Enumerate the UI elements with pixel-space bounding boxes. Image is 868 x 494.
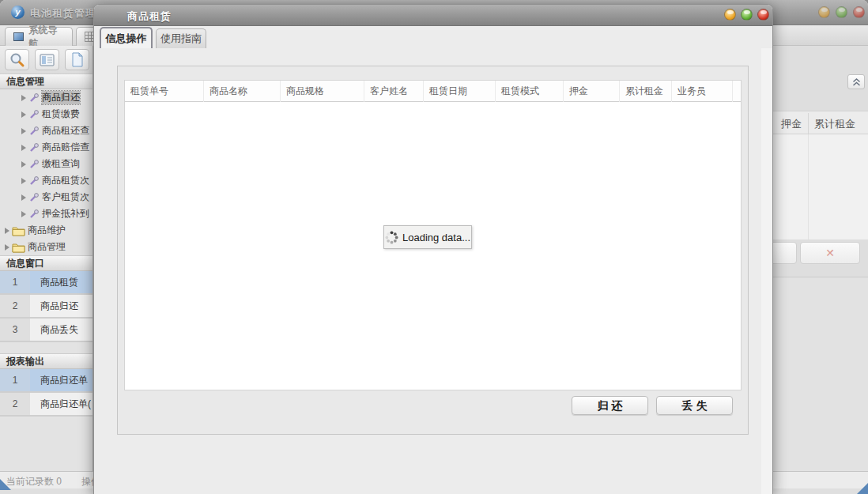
column-header-rental-no[interactable]: 租赁单号 — [125, 81, 204, 102]
table-header-row: 租赁单号 商品名称 商品规格 客户姓名 租赁日期 租赁模式 押金 累计租金 业务… — [125, 81, 741, 102]
column-header-goods-spec[interactable]: 商品规格 — [281, 81, 364, 102]
column-header-filler — [733, 81, 741, 102]
column-header-customer-name[interactable]: 客户姓名 — [364, 81, 424, 102]
loading-indicator: Loading data... — [383, 225, 472, 249]
background-panel: 押金 累计租金 ✕ ✕ — [773, 46, 868, 471]
tool-icon — [28, 209, 40, 220]
loading-text: Loading data... — [402, 232, 470, 243]
tab-user-guide[interactable]: 使用指南 — [156, 28, 206, 48]
tree-folder-goods-maintenance[interactable]: 商品维护 — [0, 222, 92, 239]
tree-item-compensation-query[interactable]: 商品赔偿查 — [0, 139, 92, 156]
column-header-total-rent[interactable]: 累计租金 — [620, 81, 672, 102]
sidebar-toolbar — [0, 46, 92, 74]
expand-arrow-icon[interactable] — [21, 145, 26, 151]
tool-icon — [28, 142, 40, 153]
info-window-list: 1 商品租赁 2 商品归还 3 商品丢失 — [0, 271, 92, 342]
list-item-goods-rental[interactable]: 1 商品租赁 — [0, 271, 92, 295]
tool-icon — [28, 192, 40, 203]
report-button[interactable] — [35, 49, 59, 70]
background-table-body — [773, 134, 868, 239]
column-header-deposit[interactable]: 押金 — [564, 81, 620, 102]
record-count-label: 当前记录数 0 — [6, 475, 62, 488]
background-table-header: 押金 累计租金 — [773, 111, 868, 134]
dialog-content: 租赁单号 商品名称 商品规格 客户姓名 租赁日期 租赁模式 押金 累计租金 业务… — [95, 48, 772, 494]
tab-info-operation[interactable]: 信息操作 — [100, 27, 153, 48]
main-close-button[interactable] — [853, 6, 865, 18]
collapse-button[interactable] — [847, 74, 865, 89]
scrollbar-track[interactable] — [761, 48, 772, 494]
tree-item-customer-rental-times[interactable]: 客户租赁次 — [0, 189, 92, 206]
expand-arrow-icon[interactable] — [5, 228, 9, 234]
tool-icon — [28, 126, 40, 137]
section-header-info-management: 信息管理 — [0, 74, 92, 89]
expand-arrow-icon[interactable] — [5, 244, 9, 251]
spinner-icon — [385, 231, 398, 244]
main-maximize-button[interactable] — [836, 6, 847, 18]
column-header-deposit[interactable]: 押金 — [781, 117, 802, 131]
resize-grip-left[interactable] — [0, 479, 11, 490]
document-icon — [71, 52, 84, 67]
list-item-return-slip[interactable]: 1 商品归还单 — [0, 369, 92, 393]
column-header-rental-mode[interactable]: 租赁模式 — [496, 81, 564, 102]
background-group-panel: ✕ — [773, 277, 868, 471]
section-header-info-window: 信息窗口 — [0, 255, 92, 271]
report-icon — [40, 54, 55, 66]
close-x-icon: ✕ — [825, 247, 835, 259]
tree-item-rent-return-query[interactable]: 商品租还查 — [0, 123, 92, 139]
list-item-goods-return[interactable]: 2 商品归还 — [0, 295, 92, 319]
return-button[interactable]: 归 还 — [572, 396, 648, 415]
resize-grip-right[interactable] — [857, 483, 868, 494]
goods-rental-dialog: 商品租赁 信息操作 使用指南 租赁单号 商品名称 商品规格 客户姓名 租赁日期 … — [93, 4, 773, 494]
report-output-list: 1 商品归还单 2 商品归还单( — [0, 369, 92, 417]
column-divider — [808, 134, 809, 239]
tab-system-navigation[interactable]: 系统导航 — [5, 27, 73, 46]
expand-arrow-icon[interactable] — [21, 211, 26, 217]
expand-arrow-icon[interactable] — [21, 111, 26, 118]
chevron-up-double-icon — [852, 78, 861, 86]
tree-item-goods-return[interactable]: 商品归还 — [0, 89, 92, 106]
list-item-goods-lost[interactable]: 3 商品丢失 — [0, 319, 92, 342]
dialog-maximize-button[interactable] — [741, 9, 753, 21]
dialog-close-button[interactable] — [757, 9, 769, 21]
expand-arrow-icon[interactable] — [21, 95, 26, 101]
expand-arrow-icon[interactable] — [21, 128, 26, 134]
column-header-goods-name[interactable]: 商品名称 — [204, 81, 281, 102]
tree-folder-goods-management[interactable]: 商品管理 — [0, 239, 92, 255]
column-divider — [808, 113, 809, 134]
expand-arrow-icon[interactable] — [21, 161, 26, 168]
tree-item-rent-pay-query[interactable]: 缴租查询 — [0, 156, 92, 172]
column-header-total-rent[interactable]: 累计租金 — [814, 117, 855, 131]
system-navigation-icon — [13, 32, 24, 41]
tool-icon — [28, 175, 40, 187]
dialog-title: 商品租赁 — [127, 9, 172, 24]
tree-item-rental-payment[interactable]: 租赁缴费 — [0, 106, 92, 123]
section-header-report-output: 报表输出 — [0, 353, 92, 369]
dialog-minimize-button[interactable] — [724, 9, 736, 21]
app-logo-icon: y — [11, 6, 25, 19]
rental-panel: 租赁单号 商品名称 商品规格 客户姓名 租赁日期 租赁模式 押金 累计租金 业务… — [117, 66, 749, 435]
column-header-rental-date[interactable]: 租赁日期 — [424, 81, 496, 102]
folder-icon — [12, 242, 25, 253]
column-header-salesperson[interactable]: 业务员 — [672, 81, 733, 102]
lost-button[interactable]: 丢 失 — [656, 396, 733, 415]
tree-item-deposit-offset[interactable]: 押金抵补到 — [0, 206, 92, 222]
background-close-button[interactable]: ✕ — [800, 242, 860, 264]
folder-icon — [12, 225, 25, 236]
dialog-titlebar[interactable]: 商品租赁 — [94, 5, 772, 26]
expand-arrow-icon[interactable] — [21, 178, 26, 184]
document-button[interactable] — [65, 49, 89, 70]
list-item-return-slip-2[interactable]: 2 商品归还单( — [0, 393, 92, 417]
sidebar: 信息管理 商品归还 租赁缴费 商品租还查 商品赔偿查 — [0, 46, 93, 473]
dialog-tabbar: 信息操作 使用指南 — [94, 26, 772, 48]
main-minimize-button[interactable] — [818, 6, 830, 18]
tool-icon — [28, 109, 40, 120]
tree-item-goods-rental-times[interactable]: 商品租赁次 — [0, 172, 92, 189]
search-icon — [9, 52, 25, 68]
search-button[interactable] — [5, 49, 29, 70]
tree-info-management: 商品归还 租赁缴费 商品租还查 商品赔偿查 缴租查询 — [0, 89, 92, 255]
tool-icon — [28, 92, 40, 104]
expand-arrow-icon[interactable] — [21, 194, 26, 201]
tool-icon — [28, 159, 40, 170]
